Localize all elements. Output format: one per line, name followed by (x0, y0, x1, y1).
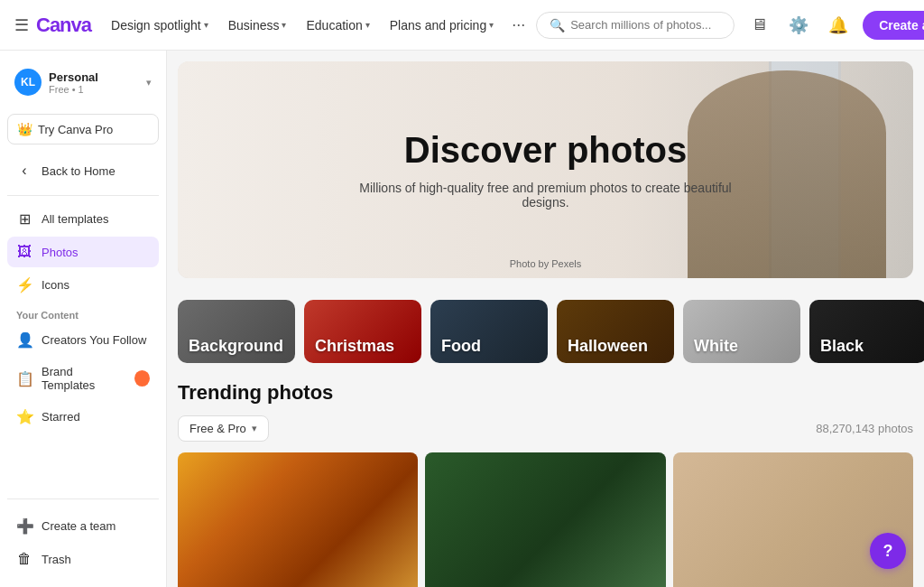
chevron-down-icon: ▾ (365, 20, 370, 30)
help-button[interactable]: ? (870, 533, 906, 569)
chevron-down-icon: ▾ (282, 20, 286, 30)
category-food[interactable]: Food (430, 300, 548, 363)
sidebar-item-brand-templates[interactable]: 📋 Brand Templates (7, 358, 159, 399)
brand-icon: 📋 (16, 370, 32, 387)
search-bar[interactable]: 🔍 (536, 12, 735, 39)
nav-business[interactable]: Business ▾ (219, 13, 296, 38)
trending-section: Trending photos Free & Pro ▾ 88,270,143 … (167, 370, 924, 587)
settings-icon[interactable]: ⚙️ (783, 10, 814, 41)
category-halloween[interactable]: Halloween (557, 300, 674, 363)
icons-icon: ⚡ (16, 276, 32, 294)
account-plan: Free • 1 (49, 84, 139, 95)
hero-subtitle: Millions of high-quality free and premiu… (356, 181, 735, 210)
main-content: Discover photos Millions of high-quality… (167, 51, 924, 587)
trending-title: Trending photos (178, 381, 333, 405)
your-content-label: Your Content (7, 303, 159, 324)
hamburger-icon[interactable]: ☰ (14, 15, 29, 35)
sidebar-item-trash[interactable]: 🗑 Trash (7, 544, 159, 574)
crown-icon: 👑 (17, 122, 32, 136)
account-info: Personal Free • 1 (49, 70, 139, 95)
hero-banner: Discover photos Millions of high-quality… (178, 61, 913, 278)
category-white[interactable]: White (683, 300, 800, 363)
account-switcher[interactable]: KL Personal Free • 1 ▾ (7, 61, 159, 103)
chevron-down-icon: ▾ (204, 20, 208, 30)
main-layout: KL Personal Free • 1 ▾ 👑 Try Canva Pro ‹… (0, 51, 924, 587)
try-canva-pro-button[interactable]: 👑 Try Canva Pro (7, 114, 159, 144)
photo-icon: 🖼 (16, 244, 32, 260)
photo-grid (178, 452, 913, 587)
search-input[interactable] (570, 18, 721, 32)
brand-templates-badge (134, 370, 150, 387)
hero-content: Discover photos Millions of high-quality… (356, 130, 735, 210)
monitor-icon[interactable]: 🖥 (744, 10, 774, 41)
sidebar-item-starred[interactable]: ⭐ Starred (7, 401, 159, 433)
sidebar: KL Personal Free • 1 ▾ 👑 Try Canva Pro ‹… (0, 51, 167, 587)
sidebar-item-create-team[interactable]: ➕ Create a team (7, 510, 159, 542)
nav-plans-pricing[interactable]: Plans and pricing ▾ (381, 13, 503, 38)
nav-links: Design spotlight ▾ Business ▾ Education … (102, 10, 532, 40)
filter-dropdown[interactable]: Free & Pro ▾ (178, 415, 269, 442)
sidebar-item-all-templates[interactable]: ⊞ All templates (7, 203, 159, 235)
account-name: Personal (49, 70, 139, 84)
chevron-down-icon: ▾ (489, 20, 494, 30)
grid-icon: ⊞ (16, 210, 32, 228)
photo-card[interactable] (425, 452, 665, 587)
more-options-button[interactable]: ··· (504, 10, 532, 40)
arrow-left-icon: ‹ (16, 163, 32, 179)
search-icon: 🔍 (550, 18, 565, 33)
add-team-icon: ➕ (16, 517, 32, 535)
sidebar-item-icons[interactable]: ⚡ Icons (7, 269, 159, 301)
sidebar-item-creators-follow[interactable]: 👤 Creators You Follow (7, 324, 159, 356)
nav-right-section: 🔍 🖥 ⚙️ 🔔 Create a design KL (536, 10, 924, 41)
create-design-button[interactable]: Create a design (863, 11, 924, 40)
category-christmas[interactable]: Christmas (304, 300, 421, 363)
account-avatar: KL (14, 69, 42, 96)
hero-photo-credit: Photo by Pexels (510, 258, 582, 269)
sidebar-item-back-home[interactable]: ‹ Back to Home (7, 155, 159, 186)
photo-count: 88,270,143 photos (816, 422, 913, 435)
photo-card[interactable] (673, 452, 913, 587)
category-chips: Background Christmas Food Halloween Whit… (167, 289, 924, 370)
category-background[interactable]: Background (178, 300, 295, 363)
hero-title: Discover photos (356, 130, 735, 170)
star-icon: ⭐ (16, 408, 32, 425)
photo-card[interactable] (178, 452, 418, 587)
chevron-down-icon: ▾ (146, 77, 152, 89)
svg-point-0 (137, 374, 146, 383)
sidebar-bottom: ➕ Create a team 🗑 Trash (7, 498, 159, 576)
category-black[interactable]: Black (809, 300, 924, 363)
sidebar-item-photos[interactable]: 🖼 Photos (7, 237, 159, 267)
top-navigation: ☰ Canva Design spotlight ▾ Business ▾ Ed… (0, 0, 924, 51)
person-icon: 👤 (16, 331, 32, 349)
nav-education[interactable]: Education ▾ (297, 13, 378, 38)
trending-header: Trending photos (178, 381, 913, 405)
bell-icon[interactable]: 🔔 (823, 10, 854, 41)
trash-icon: 🗑 (16, 551, 32, 567)
sidebar-divider (7, 195, 159, 196)
canva-logo-text: Canva (36, 14, 91, 37)
nav-design-spotlight[interactable]: Design spotlight ▾ (102, 13, 217, 38)
logo[interactable]: Canva (36, 14, 91, 37)
chevron-down-icon: ▾ (252, 423, 257, 434)
